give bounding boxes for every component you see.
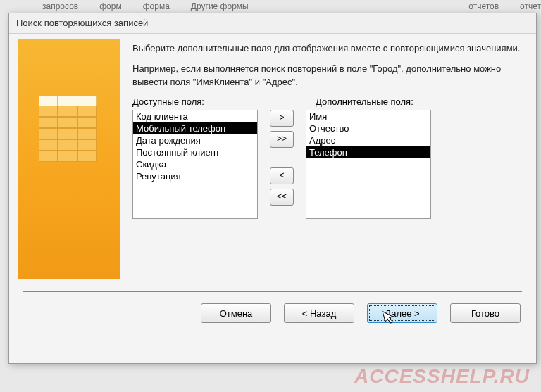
list-item[interactable]: Имя — [306, 110, 430, 122]
wizard-dialog: Поиск повторяющихся записей Выберите доп… — [8, 13, 537, 364]
add-button[interactable]: > — [270, 110, 294, 127]
selected-fields-listbox[interactable]: ИмяОтчествоАдресТелефон — [306, 110, 431, 219]
list-item[interactable]: Скидка — [133, 158, 257, 170]
selected-fields-label: Дополнительные поля: — [316, 96, 413, 107]
list-item[interactable]: Постоянный клиент — [133, 146, 257, 158]
back-button[interactable]: < Назад — [284, 303, 354, 323]
intro-text-2: Например, если выполняется поиск повторе… — [132, 63, 523, 89]
intro-text-1: Выберите дополнительные поля для отображ… — [132, 42, 523, 56]
list-item[interactable]: Дата рождения — [133, 134, 257, 146]
finish-button[interactable]: Готово — [450, 303, 521, 323]
next-button[interactable]: Далее > — [367, 303, 437, 323]
cancel-button[interactable]: Отмена — [201, 303, 271, 323]
dialog-title: Поиск повторяющихся записей — [9, 13, 536, 34]
background-ribbon: запросов форм форма Другие формы отчетов… — [0, 1, 541, 11]
list-item[interactable]: Код клиента — [133, 110, 257, 122]
remove-button[interactable]: < — [270, 167, 294, 184]
list-item[interactable]: Адрес — [306, 134, 430, 146]
list-item[interactable]: Репутация — [133, 170, 257, 182]
available-fields-listbox[interactable]: Код клиентаМобильный телефонДата рождени… — [132, 110, 258, 219]
list-item[interactable]: Мобильный телефон — [133, 122, 257, 134]
remove-all-button[interactable]: << — [270, 189, 294, 206]
wizard-illustration — [18, 39, 120, 279]
add-all-button[interactable]: >> — [270, 131, 294, 148]
list-item[interactable]: Отчество — [306, 122, 430, 134]
watermark-text: ACCESSHELP.RU — [354, 365, 530, 388]
list-item[interactable]: Телефон — [306, 146, 430, 158]
available-fields-label: Доступные поля: — [132, 96, 266, 107]
